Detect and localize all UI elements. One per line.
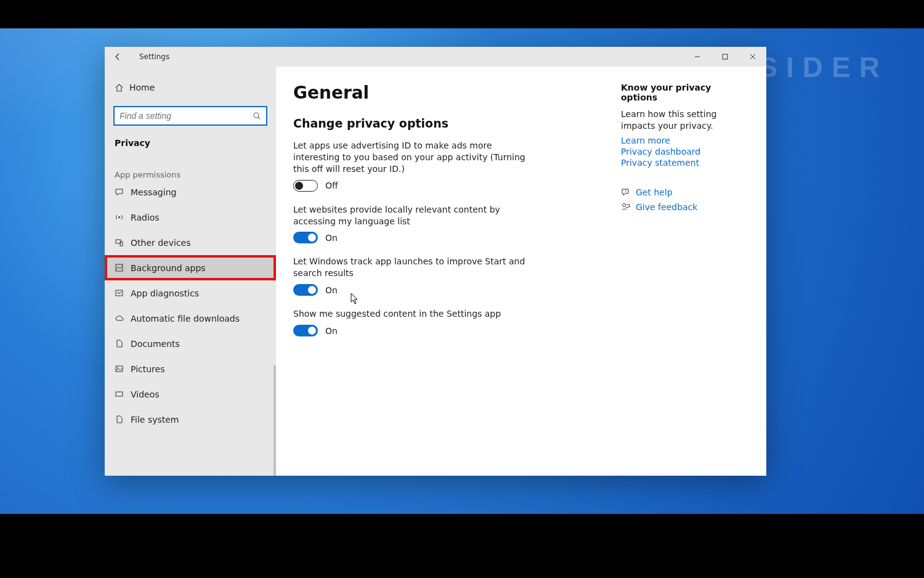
- svg-text:?: ?: [625, 189, 627, 193]
- settings-window: Settings Home: [105, 47, 766, 476]
- sidebar-label: App diagnostics: [131, 288, 199, 298]
- link-learn-more[interactable]: Learn more: [621, 136, 748, 145]
- info-body: Learn how this setting impacts your priv…: [621, 108, 748, 132]
- sidebar-label: Background apps: [131, 263, 206, 273]
- cloud-icon: [115, 314, 131, 323]
- info-heading: Know your privacy options: [621, 83, 748, 102]
- sidebar-label: Automatic file downloads: [131, 314, 240, 324]
- sidebar-item-videos[interactable]: Videos: [105, 381, 276, 407]
- option-track-launches: Let Windows track app launches to improv…: [293, 256, 604, 296]
- videos-icon: [115, 389, 131, 399]
- option-advertising-id: Let apps use advertising ID to make ads …: [293, 140, 604, 192]
- main-pane: General Change privacy options Let apps …: [276, 67, 766, 476]
- sidebar-item-background-apps[interactable]: Background apps: [105, 255, 276, 280]
- sidebar-group-label: App permissions: [105, 153, 276, 179]
- svg-line-3: [258, 117, 260, 119]
- close-button[interactable]: [739, 47, 766, 67]
- search-icon: [253, 112, 261, 120]
- svg-rect-1: [723, 54, 727, 59]
- give-feedback-link[interactable]: Give feedback: [621, 202, 748, 212]
- window-title: Settings: [139, 52, 169, 61]
- option-description: Let apps use advertising ID to make ads …: [293, 140, 540, 175]
- sidebar-item-pictures[interactable]: Pictures: [105, 356, 276, 381]
- toggle-track-launches[interactable]: [293, 284, 318, 296]
- toggle-state-label: On: [325, 233, 338, 243]
- svg-point-4: [118, 216, 120, 218]
- help-label: Get help: [636, 187, 673, 197]
- sidebar-label: Videos: [131, 389, 160, 399]
- option-language-list: Let websites provide locally relevant co…: [293, 204, 604, 244]
- sidebar-category: Privacy: [105, 126, 276, 153]
- option-description: Let Windows track app launches to improv…: [293, 256, 540, 279]
- home-label: Home: [129, 83, 155, 92]
- back-button[interactable]: [113, 52, 126, 61]
- info-panel: Know your privacy options Learn how this…: [621, 67, 766, 476]
- sidebar-item-messaging[interactable]: Messaging: [105, 179, 276, 205]
- feedback-label: Give feedback: [636, 202, 697, 212]
- sidebar-label: File system: [131, 415, 179, 425]
- sidebar-item-file-system[interactable]: File system: [105, 407, 276, 432]
- devices-icon: [115, 238, 131, 247]
- maximize-button[interactable]: [711, 47, 739, 67]
- svg-rect-11: [116, 392, 123, 396]
- file-icon: [115, 415, 131, 424]
- sidebar-label: Radios: [131, 213, 160, 222]
- messaging-icon: [115, 187, 131, 197]
- home-icon: [115, 83, 129, 92]
- toggle-state-label: On: [325, 326, 338, 336]
- sidebar-label: Documents: [131, 339, 180, 349]
- pictures-icon: [115, 364, 131, 373]
- sidebar-scrollbar[interactable]: [274, 365, 276, 476]
- sidebar-home[interactable]: Home: [105, 75, 276, 100]
- help-icon: ?: [621, 187, 636, 197]
- sidebar-label: Pictures: [131, 364, 164, 374]
- sidebar-item-app-diagnostics[interactable]: App diagnostics: [105, 280, 276, 306]
- titlebar: Settings: [105, 47, 766, 67]
- feedback-icon: [621, 202, 636, 212]
- sidebar-item-automatic-file-downloads[interactable]: Automatic file downloads: [105, 306, 276, 331]
- minimize-button[interactable]: [683, 47, 711, 67]
- section-heading: Change privacy options: [293, 116, 604, 130]
- toggle-state-label: Off: [325, 181, 338, 190]
- toggle-language-list[interactable]: [293, 232, 318, 243]
- sidebar: Home Privacy App permissions Messaging: [105, 67, 276, 476]
- get-help-link[interactable]: ? Get help: [621, 187, 748, 197]
- option-description: Show me suggested content in the Setting…: [293, 308, 540, 320]
- svg-point-2: [254, 113, 259, 118]
- diagnostics-icon: [115, 288, 131, 298]
- option-suggested-content: Show me suggested content in the Setting…: [293, 308, 604, 336]
- svg-point-13: [623, 203, 626, 206]
- sidebar-item-documents[interactable]: Documents: [105, 331, 276, 356]
- document-icon: [115, 339, 131, 348]
- sidebar-label: Messaging: [131, 187, 176, 197]
- page-title: General: [293, 83, 604, 103]
- search-input[interactable]: [120, 111, 253, 121]
- search-box[interactable]: [113, 106, 267, 126]
- sidebar-label: Other devices: [131, 238, 190, 248]
- toggle-state-label: On: [325, 285, 338, 295]
- link-privacy-dashboard[interactable]: Privacy dashboard: [621, 147, 748, 157]
- background-apps-icon: [115, 263, 131, 272]
- option-description: Let websites provide locally relevant co…: [293, 204, 540, 227]
- radios-icon: [115, 213, 131, 222]
- toggle-suggested-content[interactable]: [293, 325, 318, 336]
- sidebar-item-radios[interactable]: Radios: [105, 205, 276, 230]
- toggle-advertising-id[interactable]: [293, 180, 318, 192]
- link-privacy-statement[interactable]: Privacy statement: [621, 158, 748, 168]
- sidebar-item-other-devices[interactable]: Other devices: [105, 230, 276, 255]
